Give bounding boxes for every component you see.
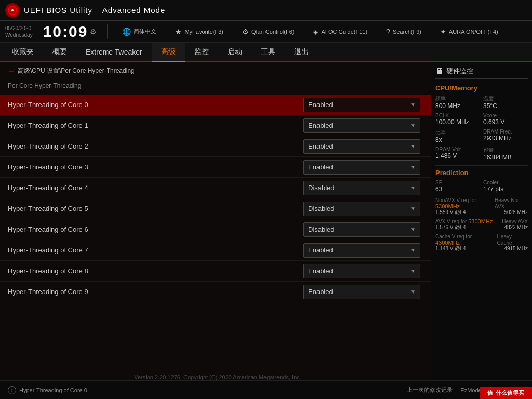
dropdown-value-0: Enabled <box>308 101 333 109</box>
table-row[interactable]: Hyper-Threading of Core 3 Enabled ▼ <box>0 157 431 178</box>
tab-boot[interactable]: 启动 <box>218 43 251 61</box>
table-row[interactable]: Hyper-Threading of Core 8 Enabled ▼ <box>0 261 431 282</box>
tab-extreme-tweaker[interactable]: Extreme Tweaker <box>76 43 152 61</box>
row-value-4: Disabled ▼ <box>303 181 423 195</box>
dropdown-4[interactable]: Disabled ▼ <box>303 181 420 195</box>
pred-nonavx-row: NonAVX V req for 5300MHz Heavy Non-AVX <box>435 197 528 209</box>
stat-sp: SP 63 <box>435 180 480 193</box>
tab-tools[interactable]: 工具 <box>251 43 285 61</box>
tab-exit[interactable]: 退出 <box>285 43 318 61</box>
row-value-3: Enabled ▼ <box>303 160 423 175</box>
qfan-button[interactable]: ⚙ Qfan Control(F6) <box>238 25 299 38</box>
tab-advanced[interactable]: 高级 <box>152 43 185 61</box>
status-bar: i Hyper-Threading of Core 0 上一次的修改记录 EzM… <box>0 380 532 399</box>
left-panel: ← 高级\CPU 设置\Per Core Hyper-Threading Per… <box>0 62 431 380</box>
table-row[interactable]: Hyper-Threading of Core 9 Enabled ▼ <box>0 282 431 302</box>
stat-freq-label: 频率 <box>435 95 480 102</box>
dropdown-8[interactable]: Enabled ▼ <box>303 264 420 278</box>
dropdown-1[interactable]: Enabled ▼ <box>303 118 420 133</box>
last-modified-button[interactable]: 上一次的修改记录 <box>407 386 453 394</box>
dropdown-2[interactable]: Enabled ▼ <box>303 139 420 154</box>
tab-summary-label: 概要 <box>52 47 67 57</box>
chevron-down-icon: ▼ <box>410 247 416 253</box>
row-value-6: Disabled ▼ <box>303 222 423 237</box>
tab-favorites-label: 收藏夹 <box>12 47 34 57</box>
chevron-down-icon: ▼ <box>410 289 416 295</box>
branding: 值 什么值得买 <box>480 387 532 399</box>
stat-temp-value: 35°C <box>483 102 528 110</box>
pred-avx-detail: 1.576 V @L4 4822 MHz <box>435 224 528 230</box>
pred-avx-label: AVX V req for 5300MHz <box>435 218 493 224</box>
lang-icon: 🌐 <box>122 28 131 36</box>
dropdown-0[interactable]: Enabled ▼ <box>303 98 420 112</box>
tab-monitor[interactable]: 监控 <box>185 43 218 61</box>
table-row[interactable]: Hyper-Threading of Core 4 Disabled ▼ <box>0 178 431 198</box>
settings-icon[interactable]: ⚙ <box>90 28 97 36</box>
breadcrumb: ← 高级\CPU 设置\Per Core Hyper-Threading <box>0 62 431 79</box>
table-row[interactable]: Hyper-Threading of Core 6 Disabled ▼ <box>0 219 431 240</box>
aioc-button[interactable]: ◈ AI OC Guide(F11) <box>309 25 371 38</box>
row-label-6: Hyper-Threading of Core 6 <box>8 225 303 233</box>
dropdown-value-2: Enabled <box>308 142 333 150</box>
table-row[interactable]: Hyper-Threading of Core 5 Disabled ▼ <box>0 198 431 219</box>
tab-monitor-label: 监控 <box>194 47 209 57</box>
back-button[interactable]: ← <box>8 67 15 75</box>
section-title: Per Core Hyper-Threading <box>0 79 431 95</box>
tab-tools-label: 工具 <box>261 47 275 57</box>
branding-text: 什么值得买 <box>496 389 524 397</box>
table-row[interactable]: Hyper-Threading of Core 0 Enabled ▼ <box>0 95 431 115</box>
dropdown-value-3: Enabled <box>308 163 333 171</box>
stat-ratio: 比率 8x <box>435 129 480 143</box>
day-text: Wednesday <box>5 32 33 38</box>
settings-table: Hyper-Threading of Core 0 Enabled ▼ Hype… <box>0 95 431 380</box>
stat-capacity: 容量 16384 MB <box>483 147 528 161</box>
search-label: Search(F9) <box>393 29 421 35</box>
pred-cache: Cache V req for 4300MHz Heavy Cache 1.14… <box>435 233 528 251</box>
pred-avx-value: Heavy AVX <box>502 218 528 224</box>
divider <box>107 24 108 39</box>
stat-ratio-value: 8x <box>435 136 480 143</box>
stat-cooler: Cooler 177 pts <box>483 180 528 193</box>
chevron-down-icon: ▼ <box>410 164 416 170</box>
row-label-4: Hyper-Threading of Core 4 <box>8 184 303 192</box>
row-value-7: Enabled ▼ <box>303 243 423 258</box>
aura-icon: ✦ <box>440 28 446 36</box>
lang-button[interactable]: 🌐 简体中文 <box>118 25 161 38</box>
tab-favorites[interactable]: 收藏夹 <box>3 43 43 61</box>
dropdown-9[interactable]: Enabled ▼ <box>303 285 420 299</box>
chevron-down-icon: ▼ <box>410 185 416 191</box>
stat-vcore: Vcore 0.693 V <box>483 113 528 126</box>
hardware-monitor-title: 硬件监控 <box>446 66 473 76</box>
table-row[interactable]: Hyper-Threading of Core 1 Enabled ▼ <box>0 115 431 136</box>
row-value-2: Enabled ▼ <box>303 139 423 154</box>
pred-nonavx-value: Heavy Non-AVX <box>495 197 528 209</box>
dropdown-7[interactable]: Enabled ▼ <box>303 243 420 258</box>
dropdown-3[interactable]: Enabled ▼ <box>303 160 420 175</box>
stat-bclk-label: BCLK <box>435 113 480 118</box>
stat-sp-label: SP <box>435 180 480 185</box>
chevron-down-icon: ▼ <box>410 268 416 274</box>
last-modified-label: 上一次的修改记录 <box>407 386 453 394</box>
hardware-monitor-header: 🖥 硬件监控 <box>435 66 528 79</box>
stat-dram-volt: DRAM Volt. 1.486 V <box>435 147 480 161</box>
stat-vcore-value: 0.693 V <box>483 118 528 126</box>
table-row[interactable]: Hyper-Threading of Core 2 Enabled ▼ <box>0 136 431 157</box>
stat-capacity-label: 容量 <box>483 147 528 154</box>
search-button[interactable]: ? Search(F9) <box>382 25 425 38</box>
dropdown-5[interactable]: Disabled ▼ <box>303 202 420 216</box>
aura-button[interactable]: ✦ AURA ON/OFF(F4) <box>436 25 502 38</box>
myfavorite-button[interactable]: ★ MyFavorite(F3) <box>171 25 228 38</box>
nav-tabs: 收藏夹 概要 Extreme Tweaker 高级 监控 启动 工具 退出 <box>0 43 532 62</box>
pred-nonavx: NonAVX V req for 5300MHz Heavy Non-AVX 1… <box>435 197 528 215</box>
clock-time: 10:09 <box>43 23 88 41</box>
app-title: UEFI BIOS Utility – Advanced Mode <box>24 6 165 15</box>
tab-summary[interactable]: 概要 <box>43 43 76 61</box>
pred-nonavx-detail: 1.559 V @L4 5028 MHz <box>435 209 528 215</box>
row-label-9: Hyper-Threading of Core 9 <box>8 288 303 296</box>
date-text: 05/20/2020 <box>5 25 33 32</box>
chevron-down-icon: ▼ <box>410 227 416 232</box>
search-icon: ? <box>386 28 390 36</box>
lang-label: 简体中文 <box>134 28 156 35</box>
table-row[interactable]: Hyper-Threading of Core 7 Enabled ▼ <box>0 240 431 261</box>
dropdown-6[interactable]: Disabled ▼ <box>303 222 420 237</box>
